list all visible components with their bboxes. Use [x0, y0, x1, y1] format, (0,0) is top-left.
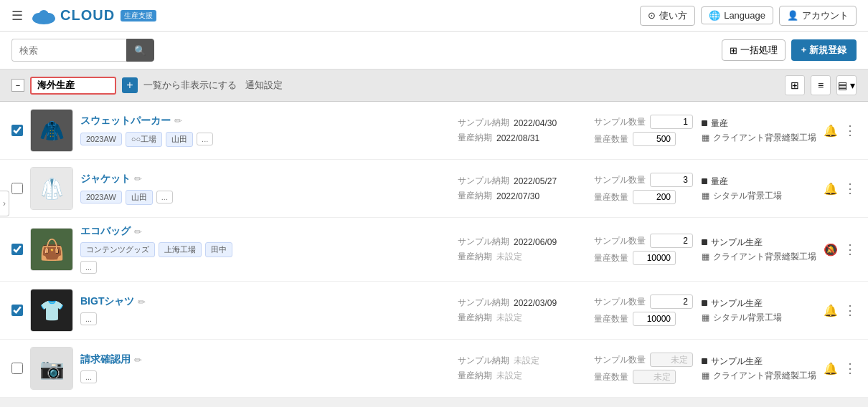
- new-register-button[interactable]: + 新規登録: [791, 39, 857, 61]
- product-name-link[interactable]: エコバッグ: [80, 225, 131, 238]
- product-checkbox[interactable]: [11, 244, 23, 255]
- mass-qty-label: 量産数量: [594, 252, 628, 264]
- edit-name-icon[interactable]: ✏: [134, 226, 142, 237]
- product-tag[interactable]: 2023AW: [80, 133, 122, 145]
- product-more-tags[interactable]: ...: [197, 133, 213, 145]
- qty-area: サンプル数量量産数量: [594, 115, 694, 146]
- product-more-tags[interactable]: ...: [80, 370, 97, 383]
- product-name-link[interactable]: 請求確認用: [80, 353, 131, 366]
- product-checkbox[interactable]: [11, 305, 23, 316]
- product-tag[interactable]: 2023AW: [80, 191, 122, 204]
- qty-area: サンプル数量量産数量: [594, 173, 694, 204]
- sample-qty-input[interactable]: [650, 353, 693, 367]
- factory-icon: ▦: [702, 312, 709, 322]
- search-input[interactable]: [11, 39, 126, 62]
- product-info: ジャケット✏2023AW山田...: [80, 173, 238, 205]
- sample-date-label: サンプル納期: [458, 117, 509, 129]
- row-more-button[interactable]: ⋮: [844, 123, 857, 138]
- account-icon: 👤: [787, 10, 798, 21]
- row-actions: 🔕⋮: [824, 241, 857, 257]
- product-row: 🧥スウェットパーカー✏2023AW○○工場山田...サンプル納期2022/04/…: [0, 102, 868, 160]
- sample-qty-label: サンプル数量: [594, 354, 646, 366]
- grid-view-button[interactable]: ⊞: [785, 75, 805, 95]
- dates-area: サンプル納期2022/04/30量産納期2022/08/31: [458, 117, 587, 144]
- product-checkbox[interactable]: [11, 183, 23, 194]
- product-more-tags[interactable]: ...: [80, 312, 97, 325]
- mass-qty-input[interactable]: [633, 312, 676, 326]
- product-row: 👕BIGTシャツ✏...サンプル納期2022/03/09量産納期未設定サンプル数…: [0, 282, 868, 340]
- mass-qty-input[interactable]: [633, 132, 676, 146]
- help-button[interactable]: ⊙ 使い方: [640, 6, 695, 26]
- status-area: サンプル生産▦クライアント背景縫製工場: [702, 355, 816, 382]
- hide-link[interactable]: 一覧から非表示にする: [143, 79, 237, 92]
- product-more-tags[interactable]: ...: [156, 191, 173, 204]
- group-add-button[interactable]: +: [122, 77, 138, 93]
- edit-name-icon[interactable]: ✏: [134, 173, 142, 184]
- row-more-button[interactable]: ⋮: [844, 181, 857, 196]
- group-name-input[interactable]: [30, 77, 116, 95]
- bell-icon[interactable]: 🔔: [824, 182, 838, 196]
- sample-date-value: 未設定: [514, 355, 539, 367]
- product-tag[interactable]: 田中: [205, 242, 232, 257]
- product-checkbox[interactable]: [11, 125, 23, 136]
- status-text: 量産: [711, 118, 728, 130]
- header: ☰ CLOUD 生産支援 ⊙ 使い方 🌐 Language 👤 アカウント: [0, 0, 868, 32]
- sort-button[interactable]: ≡: [811, 75, 831, 95]
- edit-name-icon[interactable]: ✏: [138, 297, 146, 307]
- status-text: サンプル生産: [711, 297, 763, 310]
- mass-date-value: 未設定: [496, 312, 522, 324]
- column-view-button[interactable]: ▤ ▾: [836, 75, 857, 95]
- product-tag[interactable]: 山田: [166, 132, 193, 147]
- bell-icon[interactable]: 🔕: [824, 243, 838, 257]
- row-more-button[interactable]: ⋮: [844, 302, 857, 318]
- row-actions: 🔔⋮: [824, 360, 857, 376]
- mass-date-label: 量産納期: [458, 251, 492, 263]
- edit-name-icon[interactable]: ✏: [134, 355, 142, 365]
- header-right: ⊙ 使い方 🌐 Language 👤 アカウント: [640, 6, 857, 26]
- product-name-link[interactable]: スウェットパーカー: [80, 115, 171, 128]
- product-more-tags[interactable]: ...: [80, 261, 97, 274]
- product-tag[interactable]: コンテンツグッズ: [80, 242, 155, 257]
- bell-icon[interactable]: 🔔: [824, 362, 838, 375]
- language-button[interactable]: 🌐 Language: [701, 6, 773, 24]
- sample-date-value: 2022/05/27: [514, 176, 557, 186]
- mass-qty-input[interactable]: [633, 370, 676, 384]
- sample-date-value: 2022/06/09: [514, 237, 557, 247]
- row-more-button[interactable]: ⋮: [844, 360, 857, 376]
- status-area: 量産▦クライアント背景縫製工場: [702, 118, 816, 144]
- mass-qty-input[interactable]: [633, 251, 676, 265]
- bulk-button[interactable]: ⊞ 一括処理: [722, 39, 786, 61]
- search-icon: 🔍: [134, 45, 146, 56]
- product-tag[interactable]: 山田: [126, 190, 153, 205]
- status-area: 量産▦シタテル背景工場: [702, 176, 816, 202]
- logo-area: CLOUD 生産支援: [30, 6, 156, 26]
- account-button[interactable]: 👤 アカウント: [779, 6, 857, 26]
- mass-qty-label: 量産数量: [594, 191, 628, 204]
- product-tag[interactable]: 上海工場: [159, 242, 202, 257]
- search-button[interactable]: 🔍: [126, 39, 154, 62]
- product-name-link[interactable]: BIGTシャツ: [80, 295, 134, 308]
- sample-qty-input[interactable]: [650, 234, 693, 248]
- row-more-button[interactable]: ⋮: [844, 241, 857, 257]
- mass-qty-input[interactable]: [633, 190, 676, 204]
- sample-qty-input[interactable]: [650, 295, 693, 309]
- collapse-button[interactable]: −: [11, 79, 24, 92]
- product-tag[interactable]: ○○工場: [126, 132, 162, 147]
- product-name-link[interactable]: ジャケット: [80, 173, 131, 186]
- notify-link[interactable]: 通知設定: [245, 79, 283, 92]
- factory-icon: ▦: [702, 133, 709, 143]
- bell-icon[interactable]: 🔔: [824, 304, 838, 317]
- edit-name-icon[interactable]: ✏: [174, 115, 182, 126]
- sample-date-label: サンプル納期: [458, 355, 509, 367]
- menu-icon[interactable]: ☰: [11, 8, 23, 24]
- row-actions: 🔔⋮: [824, 123, 857, 138]
- sample-qty-label: サンプル数量: [594, 116, 646, 128]
- qty-area: サンプル数量量産数量: [594, 295, 694, 326]
- sample-qty-label: サンプル数量: [594, 235, 646, 247]
- sample-qty-input[interactable]: [650, 173, 693, 187]
- bell-icon[interactable]: 🔔: [824, 124, 838, 138]
- sample-qty-label: サンプル数量: [594, 174, 646, 186]
- product-checkbox[interactable]: [11, 363, 23, 374]
- left-panel-toggle[interactable]: ›: [0, 191, 9, 216]
- sample-qty-input[interactable]: [650, 115, 693, 129]
